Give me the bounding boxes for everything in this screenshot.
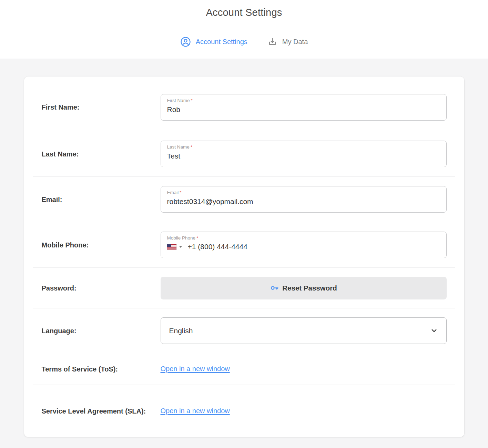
key-icon [270, 283, 279, 293]
form-row-password: Password: Reset Password [33, 267, 455, 308]
language-select[interactable]: English [161, 317, 447, 344]
sla-open-link[interactable]: Open in a new window [161, 407, 230, 415]
email-input[interactable]: Email* robtest0314@yopmail.com [161, 186, 447, 213]
us-flag-icon[interactable] [167, 244, 176, 250]
last-name-row-label: Last Name: [42, 148, 161, 160]
first-name-input[interactable]: First Name* Rob [161, 94, 447, 121]
chevron-down-icon [430, 327, 438, 335]
form-row-last-name: Last Name: Last Name* Test [33, 131, 455, 176]
mobile-phone-input[interactable]: Mobile Phone* +1 (800) 444-4444 [161, 232, 447, 258]
form-row-first-name: First Name: First Name* Rob [33, 83, 455, 131]
mobile-phone-value: +1 (800) 444-4444 [188, 243, 247, 251]
title-bar: Account Settings [0, 0, 488, 25]
mobile-phone-field-label: Mobile Phone* [167, 235, 440, 241]
required-asterisk: * [196, 235, 198, 241]
download-icon [267, 37, 277, 47]
language-row-label: Language: [42, 325, 161, 337]
tab-account-settings[interactable]: Account Settings [180, 37, 247, 47]
country-dropdown-caret[interactable] [179, 246, 182, 248]
last-name-input[interactable]: Last Name* Test [161, 141, 447, 167]
form-row-sla: Service Level Agreement (SLA): Open in a… [33, 385, 455, 437]
required-asterisk: * [191, 144, 192, 150]
last-name-value: Test [167, 151, 440, 161]
account-circle-icon [180, 37, 191, 47]
page-title: Account Settings [206, 7, 282, 18]
form-row-mobile-phone: Mobile Phone: Mobile Phone* +1 (800) 444… [33, 222, 455, 267]
required-asterisk: * [191, 98, 193, 103]
tab-label: My Data [282, 38, 308, 46]
first-name-field-label: First Name* [167, 98, 440, 103]
email-value: robtest0314@yopmail.com [167, 197, 440, 206]
email-row-label: Email: [42, 193, 161, 206]
tos-row-label: Terms of Service (ToS): [42, 363, 161, 375]
required-asterisk: * [180, 190, 181, 195]
sla-row-label: Service Level Agreement (SLA): [42, 405, 161, 417]
reset-password-button[interactable]: Reset Password [161, 277, 447, 299]
language-selected-value: English [169, 327, 193, 335]
first-name-value: Rob [167, 105, 440, 114]
last-name-field-label: Last Name* [167, 144, 440, 150]
first-name-row-label: First Name: [42, 101, 161, 113]
tos-open-link[interactable]: Open in a new window [161, 365, 230, 373]
reset-password-label: Reset Password [282, 284, 337, 292]
content-area: First Name: First Name* Rob Last Name: L… [0, 59, 488, 448]
email-field-label: Email* [167, 190, 440, 195]
mobile-phone-row-label: Mobile Phone: [42, 239, 161, 251]
password-row-label: Password: [42, 282, 161, 294]
form-row-tos: Terms of Service (ToS): Open in a new wi… [33, 353, 455, 385]
account-settings-card: First Name: First Name* Rob Last Name: L… [24, 77, 464, 437]
form-row-email: Email: Email* robtest0314@yopmail.com [33, 176, 455, 222]
form-row-language: Language: English [33, 308, 455, 353]
tab-label: Account Settings [196, 38, 247, 46]
tab-my-data[interactable]: My Data [267, 37, 308, 47]
tab-bar: Account Settings My Data [0, 25, 488, 59]
